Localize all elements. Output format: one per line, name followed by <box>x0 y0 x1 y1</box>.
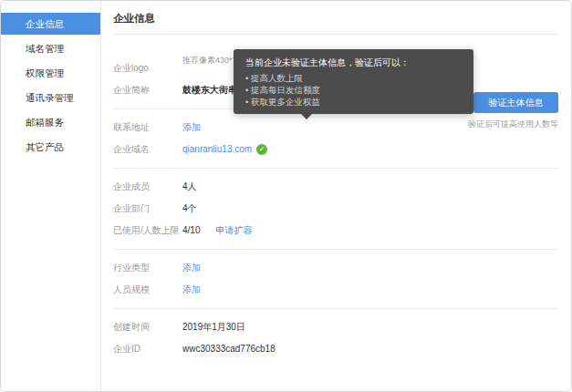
row-members: 企业成员 4人 <box>113 176 558 198</box>
row-domain: 企业域名 qianranliu13.com ✓ <box>113 139 558 160</box>
usage-value: 4/10 <box>182 224 200 237</box>
row-members-label: 企业成员 <box>113 181 182 193</box>
admin-window: 企业信息 域名管理 权限管理 通讯录管理 邮箱服务 其它产品 企业信息 企业lo… <box>0 0 572 392</box>
sidebar-item-company-info[interactable]: 企业信息 <box>1 13 100 35</box>
row-scale: 人员规模 添加 <box>113 279 558 301</box>
row-address-label: 联系地址 <box>113 121 182 134</box>
sidebar: 企业信息 域名管理 权限管理 通讯录管理 邮箱服务 其它产品 <box>1 1 101 391</box>
sidebar-item-mailbox-service[interactable]: 邮箱服务 <box>1 111 100 133</box>
add-address-link[interactable]: 添加 <box>182 121 201 134</box>
verify-note: 验证后可提高使用人数等 <box>468 119 558 130</box>
members-count: 4人 <box>182 181 197 193</box>
tooltip-bullet: 获取更多企业权益 <box>245 96 462 108</box>
row-industry: 行业类型 添加 <box>113 257 558 279</box>
row-corp-id: 企业ID wwc30333cad776cb18 <box>113 338 558 360</box>
company-domain-link[interactable]: qianranliu13.com <box>182 143 252 156</box>
domain-verified-icon: ✓ <box>256 144 267 155</box>
page-title: 企业信息 <box>113 1 558 35</box>
tooltip-bullet: 提高每日发信额度 <box>245 84 462 96</box>
row-corp-id-label: 企业ID <box>113 343 182 356</box>
sidebar-item-contacts-management[interactable]: 通讯录管理 <box>1 87 100 108</box>
departments-count: 4个 <box>182 202 197 215</box>
tooltip-bullet: 提高人数上限 <box>245 72 462 84</box>
sidebar-item-permission-management[interactable]: 权限管理 <box>1 62 100 84</box>
row-departments: 企业部门 4个 <box>113 198 558 220</box>
verify-area: 验证主体信息 验证后可提高使用人数等 <box>468 92 558 130</box>
row-created-time: 创建时间 2019年1月30日 <box>113 316 558 338</box>
row-logo-label: 企业logo <box>113 50 182 75</box>
row-usage: 已使用/人数上限 4/10 申请扩容 <box>113 220 558 242</box>
unverified-tooltip: 当前企业未验证主体信息，验证后可以： 提高人数上限 提高每日发信额度 获取更多企… <box>234 49 473 114</box>
row-domain-label: 企业域名 <box>113 143 182 156</box>
logo-size-hint: 推荐像素430*70 <box>182 54 242 67</box>
row-logo-value: 推荐像素430*70 <box>182 50 242 67</box>
group-members: 企业成员 4人 企业部门 4个 已使用/人数上限 4/10 申请扩容 <box>113 169 558 250</box>
row-created-time-label: 创建时间 <box>113 321 182 334</box>
tooltip-title: 当前企业未验证主体信息，验证后可以： <box>245 57 462 68</box>
request-expansion-link[interactable]: 申请扩容 <box>215 224 252 237</box>
row-scale-label: 人员规模 <box>113 284 182 296</box>
row-industry-label: 行业类型 <box>113 262 182 274</box>
row-departments-label: 企业部门 <box>113 202 182 215</box>
corp-id-value: wwc30333cad776cb18 <box>182 343 276 356</box>
add-scale-link[interactable]: 添加 <box>182 284 201 296</box>
row-usage-label: 已使用/人数上限 <box>113 224 182 237</box>
sidebar-item-domain-management[interactable]: 域名管理 <box>1 37 100 59</box>
row-short-name-label: 企业简称 <box>113 84 182 97</box>
verify-subject-button[interactable]: 验证主体信息 <box>473 92 558 113</box>
group-meta: 创建时间 2019年1月30日 企业ID wwc30333cad776cb18 <box>113 309 558 367</box>
created-time-value: 2019年1月30日 <box>182 321 245 334</box>
sidebar-item-other-products[interactable]: 其它产品 <box>1 136 100 158</box>
add-industry-link[interactable]: 添加 <box>182 262 201 274</box>
group-profile: 行业类型 添加 人员规模 添加 <box>113 250 558 309</box>
tooltip-bullet-list: 提高人数上限 提高每日发信额度 获取更多企业权益 <box>245 72 462 108</box>
